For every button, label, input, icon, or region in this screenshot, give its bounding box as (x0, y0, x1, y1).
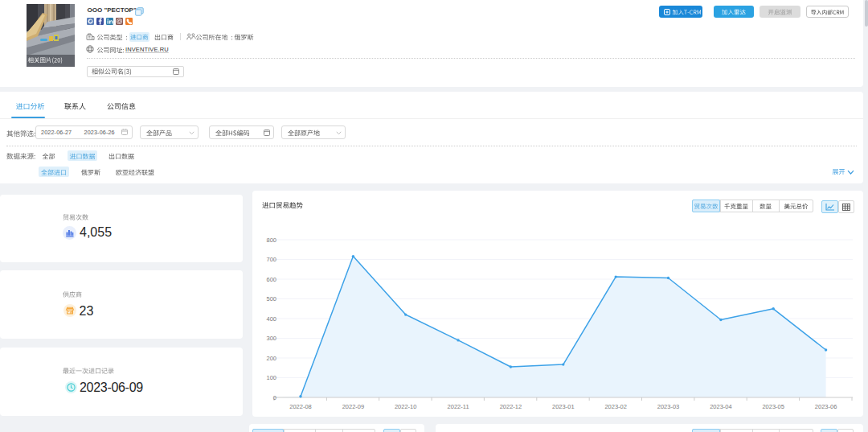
svg-text:2023-03: 2023-03 (657, 403, 680, 410)
svg-text:2022-09: 2022-09 (342, 403, 365, 410)
svg-text:2023-02: 2023-02 (604, 403, 627, 410)
svg-text:2022-12: 2022-12 (500, 403, 522, 410)
svg-text:2023-06: 2023-06 (815, 403, 837, 410)
svg-text:500: 500 (266, 295, 276, 302)
svg-text:400: 400 (266, 315, 276, 323)
svg-text:200: 200 (266, 355, 276, 362)
svg-text:100: 100 (266, 374, 276, 381)
svg-text:700: 700 (266, 256, 276, 263)
svg-text:2022-08: 2022-08 (289, 403, 312, 410)
svg-text:0: 0 (273, 394, 276, 401)
svg-text:2023-04: 2023-04 (710, 403, 732, 410)
svg-text:2023-05: 2023-05 (762, 403, 784, 410)
svg-text:600: 600 (266, 276, 276, 283)
svg-text:2022-10: 2022-10 (395, 403, 417, 410)
svg-text:300: 300 (266, 335, 276, 342)
svg-text:2023-01: 2023-01 (552, 403, 575, 410)
svg-text:2022-11: 2022-11 (448, 403, 469, 410)
svg-text:800: 800 (266, 237, 276, 244)
